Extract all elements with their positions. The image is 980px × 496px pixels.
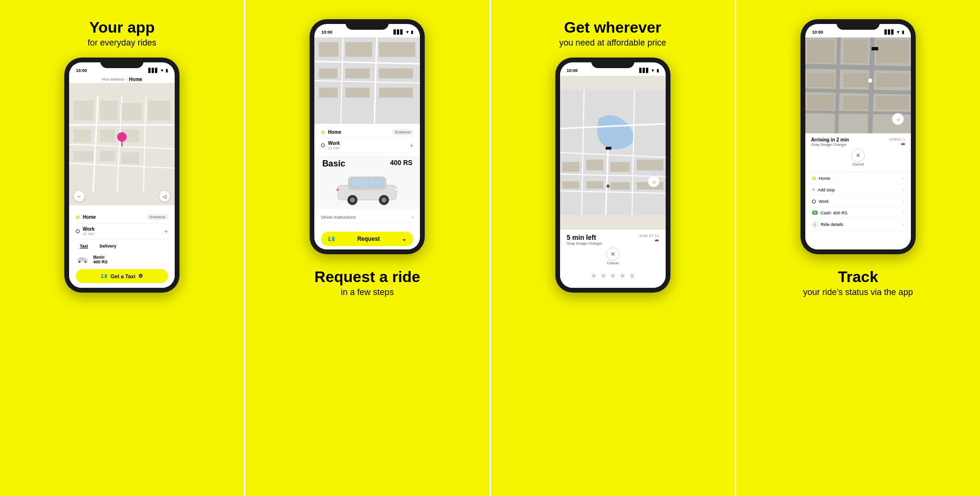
work-label: Work <box>83 226 95 232</box>
chevron-stop: › <box>903 187 904 192</box>
phone-2-notch <box>346 19 389 30</box>
work-dot-4 <box>812 200 816 203</box>
star-4[interactable]: ★ <box>619 271 626 280</box>
work-location-row: Work 11 min + <box>76 224 168 239</box>
add-stop-btn-2[interactable]: + <box>409 142 413 149</box>
cancel-container: ✕ Cancel <box>567 248 659 265</box>
add-stop-btn[interactable]: + <box>164 227 168 235</box>
wifi-icon-3: ▼ <box>651 68 655 73</box>
home-dot-2 <box>321 130 325 134</box>
work-list-label: Work <box>819 199 829 204</box>
tab-delivery[interactable]: Delivery <box>96 242 120 250</box>
phone-2-bottom: Driver instructions › 💵 Request ⌄ <box>314 209 420 249</box>
request-label: Request <box>357 236 380 242</box>
cancel-label-3: Cancel <box>607 261 619 265</box>
home-label-2: Home <box>328 130 341 135</box>
home-location-row: Home Entrance <box>76 211 168 224</box>
cancel-button-3[interactable]: ✕ <box>606 248 620 261</box>
svg-rect-62 <box>610 182 630 189</box>
work-sub: 11 min <box>83 232 95 236</box>
svg-point-17 <box>117 132 127 142</box>
signal-icon-2: ▋▋▋ <box>394 30 404 35</box>
wifi-icon: ▼ <box>160 68 164 73</box>
phone-2-time: 10:00 <box>321 30 332 35</box>
list-item-cash[interactable]: $ Cash: 400 RS › <box>805 207 911 219</box>
signal-icon-4: ▋▋▋ <box>884 30 895 35</box>
svg-rect-10 <box>74 130 91 142</box>
panel-3-title: Get wherever <box>559 19 666 36</box>
star-3[interactable]: ★ <box>610 271 616 280</box>
phone-2: 10:00 ▋▋▋ ▼ ▮ <box>310 19 425 254</box>
address-value: Home <box>129 77 143 82</box>
cancel-button-4[interactable]: ✕ <box>851 149 865 162</box>
phone-4-time: 10:00 <box>812 30 823 35</box>
phone-2-screen: 10:00 ▋▋▋ ▼ ▮ <box>314 24 420 249</box>
panel-1-subtitle: for everyday rides <box>88 38 156 48</box>
driver-instructions-row[interactable]: Driver instructions › <box>321 212 413 223</box>
list-item-work[interactable]: Work › <box>805 196 911 207</box>
svg-rect-35 <box>319 88 337 97</box>
phone-3: 10:00 ▋▋▋ ▼ ▮ <box>555 58 670 293</box>
plate-3: 3190 ZT 11 <box>639 234 659 238</box>
svg-rect-29 <box>319 42 338 57</box>
panel-4-subtitle: your ride's status via the app <box>803 287 913 297</box>
svg-rect-47 <box>337 189 339 190</box>
car-icon <box>76 255 89 264</box>
panel-4: 10:00 ▋▋▋ ▼ ▮ <box>736 0 980 496</box>
car-icon-small: 🚗 <box>639 238 659 242</box>
star-2[interactable]: ★ <box>600 271 607 280</box>
settings-icon: ⚙ <box>138 273 143 279</box>
panel-2: 10:00 ▋▋▋ ▼ ▮ <box>245 0 489 496</box>
work-dot-2 <box>321 143 325 147</box>
panel-4-heading: Track your ride's status via the app <box>803 269 913 297</box>
star-1[interactable]: ★ <box>590 271 597 280</box>
address-bar: Your address › Home <box>69 76 175 83</box>
phone-3-ride-info: 5 min left Gray Dodge Charger 3190 ZT 11… <box>560 229 666 288</box>
star-5[interactable]: ★ <box>629 271 635 280</box>
home-list-label: Home <box>819 176 830 181</box>
ride-status-row: 5 min left Gray Dodge Charger 3190 ZT 11… <box>567 234 659 246</box>
list-item-ride-details[interactable]: i Ride details › <box>805 219 911 231</box>
map-area-1: ← ◁ <box>69 83 175 205</box>
panel-2-title: Request a ride <box>314 269 420 285</box>
svg-rect-76 <box>844 40 868 63</box>
svg-rect-32 <box>319 69 337 78</box>
svg-point-22 <box>84 261 86 263</box>
svg-rect-40 <box>351 178 366 187</box>
svg-rect-75 <box>808 40 834 63</box>
list-item-home[interactable]: Home › <box>805 173 911 184</box>
tab-taxi[interactable]: Taxi <box>76 242 92 250</box>
request-button[interactable]: 💵 Request ⌄ <box>321 232 413 246</box>
chevron-work: › <box>903 199 904 204</box>
svg-rect-13 <box>148 101 170 120</box>
entrance-button[interactable]: Entrance <box>147 214 168 220</box>
phone-4-screen: 10:00 ▋▋▋ ▼ ▮ <box>805 24 911 249</box>
list-item-add-stop[interactable]: + Add stop › <box>805 184 911 196</box>
chevron-icon: › <box>126 78 127 81</box>
car-display: Basic 400 RS <box>314 156 420 209</box>
ride-status-right: 3190 ZT 11 🚗 <box>639 234 659 242</box>
ride-status-left: 5 min left Gray Dodge Charger <box>567 234 602 246</box>
home-label: Home <box>83 214 96 220</box>
phone-4: 10:00 ▋▋▋ ▼ ▮ <box>801 19 916 254</box>
svg-line-72 <box>805 112 911 113</box>
add-stop-label: Add stop <box>818 188 835 192</box>
get-taxi-button[interactable]: 💵 Get a Taxi ⚙ <box>76 269 168 283</box>
svg-rect-41 <box>369 178 383 187</box>
panel-4-title: Track <box>803 269 913 285</box>
map-svg-3: ◁ <box>560 76 666 229</box>
service-tabs: Taxi Delivery <box>76 239 168 253</box>
cancel-container-4: ✕ Cancel <box>811 149 905 166</box>
cash-icon-2: 💵 <box>328 236 335 242</box>
ride-option: Basic 400 RS <box>76 253 168 266</box>
svg-rect-84 <box>872 47 878 50</box>
cash-icon: 💵 <box>101 273 108 279</box>
svg-rect-20 <box>79 258 85 260</box>
svg-rect-8 <box>100 101 117 120</box>
svg-rect-15 <box>100 152 115 161</box>
work-sub-2: 11 min <box>328 146 340 150</box>
panel-1: Your app for everyday rides 10:00 ▋▋▋ ▼ … <box>0 0 244 496</box>
car-name-3: Gray Dodge Charger <box>567 241 602 246</box>
svg-rect-56 <box>562 162 579 172</box>
svg-rect-16 <box>122 153 139 164</box>
